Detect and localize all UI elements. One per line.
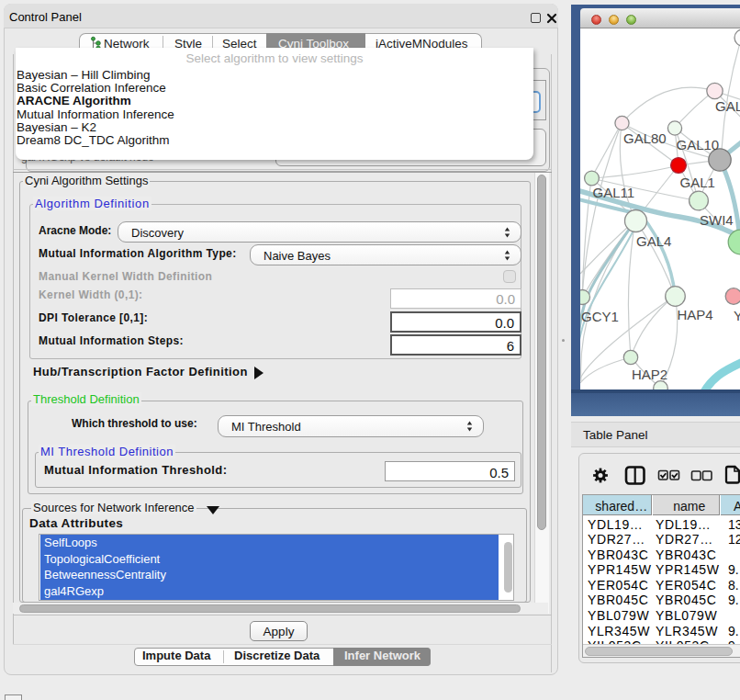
svg-text:GAL11: GAL11	[593, 185, 635, 200]
svg-text:GAL7: GAL7	[715, 98, 740, 114]
svg-text:SWI4: SWI4	[700, 212, 734, 228]
svg-text:GCY1: GCY1	[581, 309, 619, 324]
svg-text:YEL: YEL	[734, 308, 740, 323]
svg-text:GAL4: GAL4	[636, 233, 671, 249]
svg-text:GAL80: GAL80	[623, 130, 667, 146]
svg-text:HAP2: HAP2	[632, 367, 667, 382]
svg-text:GAL1: GAL1	[680, 175, 715, 190]
svg-text:HAP4: HAP4	[678, 307, 713, 322]
svg-text:GAL10: GAL10	[677, 137, 720, 152]
